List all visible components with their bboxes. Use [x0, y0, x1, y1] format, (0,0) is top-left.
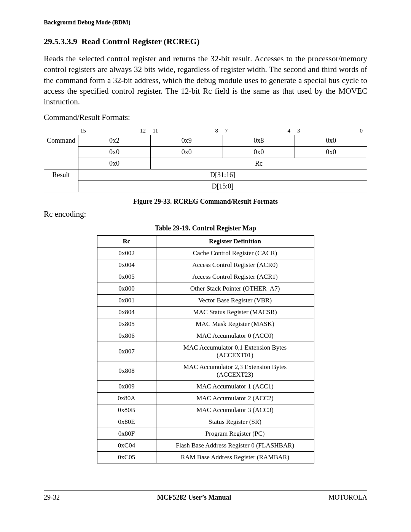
table-row: 0x807MAC Accumulator 0,1 Extension Bytes…: [97, 342, 314, 361]
rc-cell: 0x80A: [97, 392, 156, 404]
def-cell: Other Stack Pointer (OTHER_A7): [156, 283, 314, 294]
table-row: 0xC05RAM Base Address Register (RAMBAR): [97, 451, 314, 463]
table-row: 0x808MAC Accumulator 2,3 Extension Bytes…: [97, 361, 314, 380]
table-header-row: Rc Register Definition: [97, 235, 314, 247]
bit-8: 8: [215, 128, 221, 134]
heading-number: 29.5.3.3.9: [44, 37, 77, 46]
rc-cell: 0x801: [97, 294, 156, 306]
table-row: 0x0 Rc: [44, 158, 367, 169]
table-row: 0x80BMAC Accumulator 3 (ACC3): [97, 404, 314, 416]
table-row: 0xC04Flash Base Address Register 0 (FLAS…: [97, 439, 314, 451]
result-label: Result: [44, 169, 78, 181]
table-row: D[15:0]: [44, 181, 367, 192]
body-paragraph: Reads the selected control register and …: [44, 53, 367, 107]
cell-d-low: D[15:0]: [78, 181, 367, 192]
col-header-def: Register Definition: [156, 235, 314, 247]
rc-cell: 0x005: [97, 271, 156, 283]
cell: 0x0: [295, 146, 367, 158]
cell-empty: [44, 181, 78, 192]
bit-15: 15: [80, 128, 86, 134]
footer-right: MOTOROLA: [328, 494, 367, 502]
bit-group-4: 30: [295, 128, 367, 135]
table-row: 0x002Cache Control Register (CACR): [97, 247, 314, 259]
rc-cell: 0x804: [97, 306, 156, 318]
rc-cell: 0x807: [97, 342, 156, 361]
def-cell: Access Control Register (ACR0): [156, 259, 314, 271]
format-table-wrap: 1512 118 74 30 Command 0x2 0x9 0x8 0x0 0…: [44, 128, 367, 192]
table-row: 0x80EStatus Register (SR): [97, 416, 314, 428]
figure-caption: Figure 29-33. RCREG Command/Result Forma…: [44, 198, 367, 206]
bit-group-3: 74: [223, 128, 295, 135]
footer-left: 29-32: [44, 494, 60, 502]
formats-label: Command/Result Formats:: [44, 113, 367, 122]
rc-cell: 0x808: [97, 361, 156, 380]
heading-title-c: ): [197, 37, 199, 46]
table-row: 0x805MAC Mask Register (MASK): [97, 318, 314, 330]
page: Background Debug Mode (BDM) 29.5.3.3.9 R…: [0, 0, 411, 517]
def-cell: MAC Accumulator 1 (ACC1): [156, 380, 314, 392]
page-footer: 29-32 MCF5282 User’s Manual MOTOROLA: [44, 494, 367, 502]
heading-title-b: RCREG: [166, 37, 196, 46]
bit-group-2: 118: [150, 128, 223, 135]
def-cell: Access Control Register (ACR1): [156, 271, 314, 283]
def-cell: MAC Accumulator 0 (ACC0): [156, 330, 314, 342]
cell-d-high: D[31:16]: [78, 169, 367, 181]
cell-empty: [44, 146, 78, 158]
rc-cell: 0x004: [97, 259, 156, 271]
def-cell: MAC Accumulator 3 (ACC3): [156, 404, 314, 416]
cell: 0x0: [78, 146, 151, 158]
footer-center: MCF5282 User’s Manual: [157, 494, 231, 502]
table-row: 0x80AMAC Accumulator 2 (ACC2): [97, 392, 314, 404]
cell: 0x0: [78, 158, 151, 169]
rc-cell: 0x809: [97, 380, 156, 392]
rc-cell: 0x80B: [97, 404, 156, 416]
cell: 0x8: [223, 135, 295, 146]
bit-3: 3: [297, 128, 300, 134]
def-cell: RAM Base Address Register (RAMBAR): [156, 451, 314, 463]
format-table: Command 0x2 0x9 0x8 0x0 0x0 0x0 0x0 0x0 …: [44, 135, 367, 192]
cell: 0x0: [150, 146, 223, 158]
bit-11: 11: [153, 128, 158, 134]
def-cell: MAC Mask Register (MASK): [156, 318, 314, 330]
table-row: 0x005Access Control Register (ACR1): [97, 271, 314, 283]
cell: 0x0: [295, 135, 367, 146]
def-cell: MAC Accumulator 2,3 Extension Bytes (ACC…: [156, 361, 314, 380]
table-row: 0x801Vector Base Register (VBR): [97, 294, 314, 306]
def-cell: MAC Status Register (MACSR): [156, 306, 314, 318]
cell: 0x2: [78, 135, 151, 146]
table-row: 0x004Access Control Register (ACR0): [97, 259, 314, 271]
figcap-b: RCREG: [174, 198, 198, 205]
figcap-c: Command/Result Formats: [198, 198, 278, 205]
bit-group-1: 1512: [78, 128, 150, 135]
rc-cell: 0x80F: [97, 428, 156, 439]
rc-cell: 0xC05: [97, 451, 156, 463]
bit-spacer: [44, 128, 78, 135]
rc-cell: 0xC04: [97, 439, 156, 451]
bit-4: 4: [288, 128, 293, 134]
register-map-table: Rc Register Definition 0x002Cache Contro…: [97, 235, 314, 463]
def-cell: Cache Control Register (CACR): [156, 247, 314, 259]
cell-empty: [44, 158, 78, 169]
table-caption: Table 29-19. Control Register Map: [44, 224, 367, 232]
table-row: 0x0 0x0 0x0 0x0: [44, 146, 367, 158]
cell-rc: Rc: [150, 158, 367, 169]
def-cell: Flash Base Address Register 0 (FLASHBAR): [156, 439, 314, 451]
bit-numbers-row: 1512 118 74 30: [44, 128, 367, 135]
table-row: 0x80FProgram Register (PC): [97, 428, 314, 439]
table-row: 0x800Other Stack Pointer (OTHER_A7): [97, 283, 314, 294]
def-cell: Vector Base Register (VBR): [156, 294, 314, 306]
cell: 0x9: [150, 135, 223, 146]
table-row: 0x809MAC Accumulator 1 (ACC1): [97, 380, 314, 392]
rc-cell: 0x805: [97, 318, 156, 330]
rc-cell: 0x002: [97, 247, 156, 259]
figcap-a: Figure 29-33.: [133, 198, 174, 205]
heading-title-a: Read Control Register (: [81, 37, 166, 46]
def-cell: MAC Accumulator 2 (ACC2): [156, 392, 314, 404]
def-cell: MAC Accumulator 0,1 Extension Bytes (ACC…: [156, 342, 314, 361]
cell: 0x0: [223, 146, 295, 158]
table-row: Command 0x2 0x9 0x8 0x0: [44, 135, 367, 146]
bit-7: 7: [225, 128, 228, 134]
footer-rule: [44, 490, 367, 490]
def-cell: Status Register (SR): [156, 416, 314, 428]
rc-cell: 0x80E: [97, 416, 156, 428]
